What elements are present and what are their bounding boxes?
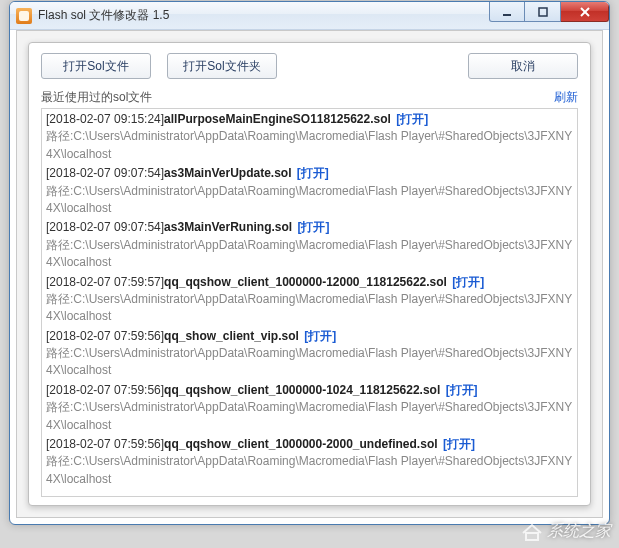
list-item-header: [2018-02-07 09:15:24]allPurposeMainEngin… — [46, 111, 573, 128]
file-path: 路径:C:\Users\Administrator\AppData\Roamin… — [46, 291, 573, 326]
filename: as3MainVerRuning.sol — [164, 220, 292, 234]
filename: allPurposeMainEngineSO118125622.sol — [164, 112, 391, 126]
maximize-icon — [538, 7, 548, 17]
open-sol-file-button[interactable]: 打开Sol文件 — [41, 53, 151, 79]
minimize-icon — [502, 7, 512, 17]
list-item-header: [2018-02-07 09:07:54]as3MainVerRuning.so… — [46, 219, 573, 236]
button-row: 打开Sol文件 打开Sol文件夹 取消 — [41, 53, 578, 79]
open-link[interactable]: [打开] — [452, 275, 484, 289]
list-item: [2018-02-07 07:59:56]qq_qqshow_client_10… — [46, 436, 573, 488]
svg-rect-1 — [539, 8, 547, 16]
file-path: 路径:C:\Users\Administrator\AppData\Roamin… — [46, 345, 573, 380]
file-path: 路径:C:\Users\Administrator\AppData\Roamin… — [46, 453, 573, 488]
list-item-header: [2018-02-07 07:59:56]qq_show_client_vip.… — [46, 328, 573, 345]
filename: qq_qqshow_client_1000000-2000_undefined.… — [164, 437, 437, 451]
filename: as3MainVerUpdate.sol — [164, 166, 291, 180]
open-link[interactable]: [打开] — [304, 329, 336, 343]
list-item: [2018-02-07 09:07:54]as3MainVerUpdate.so… — [46, 165, 573, 217]
filename: qq_qqshow_client_1000000-12000_118125622… — [164, 275, 447, 289]
filename: qq_qqshow_client_1000000-1024_118125622.… — [164, 383, 440, 397]
refresh-link[interactable]: 刷新 — [554, 89, 578, 106]
list-item-header: [2018-02-07 07:59:56]qq_qqshow_client_10… — [46, 436, 573, 453]
app-icon — [16, 8, 32, 24]
app-window: Flash sol 文件修改器 1.5 打开Sol文件 打开Sol文件夹 取消 … — [9, 1, 610, 525]
spacer — [293, 53, 452, 79]
svg-rect-0 — [503, 14, 511, 16]
list-item-header: [2018-02-07 07:59:56]qq_qqshow_client_10… — [46, 382, 573, 399]
window-controls — [489, 2, 609, 22]
open-link[interactable]: [打开] — [443, 437, 475, 451]
dialog-panel: 打开Sol文件 打开Sol文件夹 取消 最近使用过的sol文件 刷新 [2018… — [28, 42, 591, 506]
list-item: [2018-02-07 07:59:57]qq_qqshow_client_10… — [46, 274, 573, 326]
file-path: 路径:C:\Users\Administrator\AppData\Roamin… — [46, 128, 573, 163]
list-item-header: [2018-02-07 09:07:54]as3MainVerUpdate.so… — [46, 165, 573, 182]
open-link[interactable]: [打开] — [446, 383, 478, 397]
svg-rect-4 — [526, 533, 538, 540]
file-path: 路径:C:\Users\Administrator\AppData\Roamin… — [46, 183, 573, 218]
open-sol-folder-button[interactable]: 打开Sol文件夹 — [167, 53, 277, 79]
list-item: [2018-02-07 07:59:56]qq_qqshow_client_10… — [46, 382, 573, 434]
minimize-button[interactable] — [489, 2, 525, 22]
maximize-button[interactable] — [525, 2, 561, 22]
list-item: [2018-02-07 09:07:54]as3MainVerRuning.so… — [46, 219, 573, 271]
recent-header: 最近使用过的sol文件 刷新 — [41, 89, 578, 106]
list-item: [2018-02-07 07:59:56]qq_show_client_vip.… — [46, 328, 573, 380]
timestamp: [2018-02-07 09:07:54] — [46, 166, 164, 180]
client-area: 打开Sol文件 打开Sol文件夹 取消 最近使用过的sol文件 刷新 [2018… — [16, 30, 603, 518]
close-icon — [579, 6, 591, 18]
file-path: 路径:C:\Users\Administrator\AppData\Roamin… — [46, 399, 573, 434]
window-title: Flash sol 文件修改器 1.5 — [38, 7, 169, 24]
cancel-button[interactable]: 取消 — [468, 53, 578, 79]
list-item-header: [2018-02-07 07:59:57]qq_qqshow_client_10… — [46, 274, 573, 291]
open-link[interactable]: [打开] — [298, 220, 330, 234]
close-button[interactable] — [561, 2, 609, 22]
timestamp: [2018-02-07 07:59:56] — [46, 437, 164, 451]
timestamp: [2018-02-07 09:07:54] — [46, 220, 164, 234]
list-item: [2018-02-07 09:15:24]allPurposeMainEngin… — [46, 111, 573, 163]
timestamp: [2018-02-07 07:59:56] — [46, 383, 164, 397]
timestamp: [2018-02-07 07:59:56] — [46, 329, 164, 343]
recent-label: 最近使用过的sol文件 — [41, 89, 152, 106]
file-path: 路径:C:\Users\Administrator\AppData\Roamin… — [46, 237, 573, 272]
timestamp: [2018-02-07 09:15:24] — [46, 112, 164, 126]
filename: qq_show_client_vip.sol — [164, 329, 299, 343]
open-link[interactable]: [打开] — [396, 112, 428, 126]
recent-files-list[interactable]: [2018-02-07 09:15:24]allPurposeMainEngin… — [41, 108, 578, 497]
house-icon — [521, 523, 543, 541]
open-link[interactable]: [打开] — [297, 166, 329, 180]
titlebar[interactable]: Flash sol 文件修改器 1.5 — [10, 2, 609, 30]
timestamp: [2018-02-07 07:59:57] — [46, 275, 164, 289]
